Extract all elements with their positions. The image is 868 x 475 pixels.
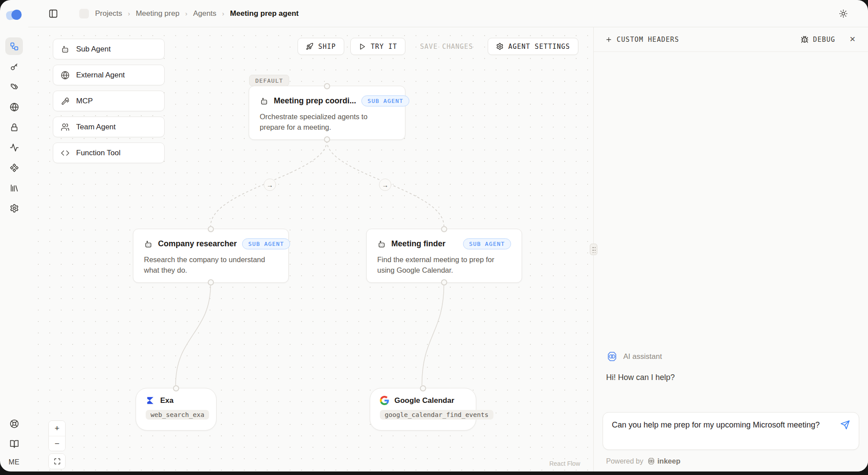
logo-front-blob xyxy=(11,10,22,20)
node-description: Find the external meeting to prep for us… xyxy=(377,255,511,276)
bot-icon xyxy=(61,45,70,54)
app-window: ME Projects › Meeting prep › Agents › Me… xyxy=(0,0,868,471)
main-column: Projects › Meeting prep › Agents › Meeti… xyxy=(28,0,868,471)
custom-headers-button[interactable]: CUSTOM HEADERS xyxy=(605,36,679,44)
palette-item-label: External Agent xyxy=(76,71,125,80)
nav-network-button[interactable] xyxy=(5,98,23,116)
node-handle-bottom[interactable] xyxy=(208,279,214,285)
key-icon xyxy=(10,62,19,71)
try-it-button[interactable]: TRY IT xyxy=(350,38,405,55)
breadcrumb-projects[interactable]: Projects xyxy=(95,9,122,18)
breadcrumb-separator: › xyxy=(185,10,188,17)
nav-graph-button[interactable] xyxy=(5,37,23,55)
palette-item-team-agent[interactable]: Team Agent xyxy=(53,117,165,137)
book-open-icon xyxy=(10,439,19,449)
code-icon xyxy=(61,149,70,157)
breadcrumb-current-page: Meeting prep agent xyxy=(230,9,299,18)
zoom-out-button[interactable]: − xyxy=(49,436,65,451)
chat-input-card: Can you help me prep for my upcoming Mic… xyxy=(603,412,859,450)
fit-view-button[interactable] xyxy=(49,454,65,469)
node-title: Meeting finder xyxy=(391,239,445,248)
theme-toggle-button[interactable] xyxy=(837,7,850,20)
inkeep-logo-icon xyxy=(647,457,655,465)
tags-icon xyxy=(10,82,19,91)
panel-toggle-button[interactable] xyxy=(47,7,60,20)
bot-icon xyxy=(377,240,386,248)
node-handle-top[interactable] xyxy=(420,385,426,391)
save-changes-button[interactable]: SAVE CHANGES xyxy=(412,38,481,55)
palette-item-mcp[interactable]: MCP xyxy=(53,91,165,111)
grip-dots-icon xyxy=(592,246,596,253)
default-badge: DEFAULT xyxy=(249,75,289,86)
canvas-toolbar: SHIP TRY IT SAVE CHANGES AGENT SETTINGS xyxy=(298,38,578,55)
nav-activity-button[interactable] xyxy=(5,139,23,156)
node-handle-top[interactable] xyxy=(173,385,179,391)
nav-tags-button[interactable] xyxy=(5,78,23,95)
google-logo-icon xyxy=(380,396,389,405)
nav-components-button[interactable] xyxy=(5,159,23,176)
hammer-icon xyxy=(61,97,70,106)
lock-icon xyxy=(10,123,19,132)
nav-help-button[interactable] xyxy=(5,415,23,432)
node-exa-tool[interactable]: Exa web_search_exa xyxy=(136,388,217,431)
node-meeting-prep-coordinator[interactable]: Meeting prep coordi... SUB AGENT Orchest… xyxy=(249,86,405,140)
edge-meeting-finder-to-google-calendar xyxy=(422,284,444,385)
workflow-icon xyxy=(10,42,19,51)
chat-input[interactable]: Can you help me prep for my upcoming Mic… xyxy=(612,419,827,443)
palette-item-sub-agent[interactable]: Sub Agent xyxy=(53,39,165,59)
node-google-calendar-tool[interactable]: Google Calendar google_calendar_find_eve… xyxy=(370,388,476,431)
bot-icon xyxy=(260,97,268,106)
node-handle-top[interactable] xyxy=(324,83,330,89)
try-it-button-label: TRY IT xyxy=(371,43,397,51)
user-avatar[interactable]: ME xyxy=(9,458,20,466)
nav-library-button[interactable] xyxy=(5,179,23,197)
close-panel-button[interactable]: ✕ xyxy=(849,34,857,45)
node-meeting-finder[interactable]: Meeting finder SUB AGENT Find the extern… xyxy=(366,229,522,283)
nav-docs-button[interactable] xyxy=(5,435,23,453)
agent-settings-button[interactable]: AGENT SETTINGS xyxy=(488,38,578,55)
breadcrumb-separator: › xyxy=(128,10,130,17)
assistant-header: AI assistant xyxy=(603,351,859,362)
node-handle-bottom[interactable] xyxy=(324,136,330,142)
flow-canvas[interactable]: → → Sub Agent External Agent MCP xyxy=(28,27,593,471)
debug-button[interactable]: DEBUG xyxy=(801,36,835,44)
activity-icon xyxy=(10,143,19,152)
palette-item-function-tool[interactable]: Function Tool xyxy=(53,142,165,163)
edge-arrow-marker: → xyxy=(379,179,391,191)
palette-item-label: Function Tool xyxy=(76,149,121,157)
nav-settings-button[interactable] xyxy=(5,199,23,217)
node-handle-top[interactable] xyxy=(441,226,447,232)
agent-settings-label: AGENT SETTINGS xyxy=(508,43,570,51)
maximize-icon xyxy=(54,458,61,465)
react-flow-attribution[interactable]: React Flow xyxy=(549,460,580,467)
nav-credentials-button[interactable] xyxy=(5,118,23,136)
assistant-name: AI assistant xyxy=(623,352,662,361)
palette-item-label: Team Agent xyxy=(76,123,116,132)
node-title: Meeting prep coordi... xyxy=(274,96,356,106)
zoom-button-group: + − xyxy=(48,420,66,451)
palette-item-external-agent[interactable]: External Agent xyxy=(53,65,165,85)
breadcrumb-project-name[interactable]: Meeting prep xyxy=(136,9,179,18)
node-handle-top[interactable] xyxy=(208,226,214,232)
powered-by-footer[interactable]: Powered by inkeep xyxy=(606,457,856,465)
play-icon xyxy=(359,43,366,50)
palette-item-label: MCP xyxy=(76,97,93,106)
node-company-researcher[interactable]: Company researcher SUB AGENT Research th… xyxy=(133,229,289,283)
node-handle-bottom[interactable] xyxy=(441,279,447,285)
zoom-in-button[interactable]: + xyxy=(49,421,65,436)
breadcrumb-agents[interactable]: Agents xyxy=(193,9,217,18)
top-header: Projects › Meeting prep › Agents › Meeti… xyxy=(28,0,868,27)
users-icon xyxy=(61,123,70,132)
nav-keys-button[interactable] xyxy=(5,58,23,75)
app-logo-icon xyxy=(6,10,22,21)
right-panel-header: CUSTOM HEADERS DEBUG ✕ xyxy=(594,27,868,52)
library-icon xyxy=(10,183,19,193)
send-button[interactable] xyxy=(839,418,852,431)
ship-button[interactable]: SHIP xyxy=(298,38,344,55)
powered-by-label: Powered by xyxy=(606,457,644,465)
inkeep-brand: inkeep xyxy=(647,457,680,465)
sun-icon xyxy=(839,9,848,18)
palette-item-label: Sub Agent xyxy=(76,45,110,54)
send-icon xyxy=(840,420,850,430)
panel-resize-grip[interactable] xyxy=(590,244,597,255)
